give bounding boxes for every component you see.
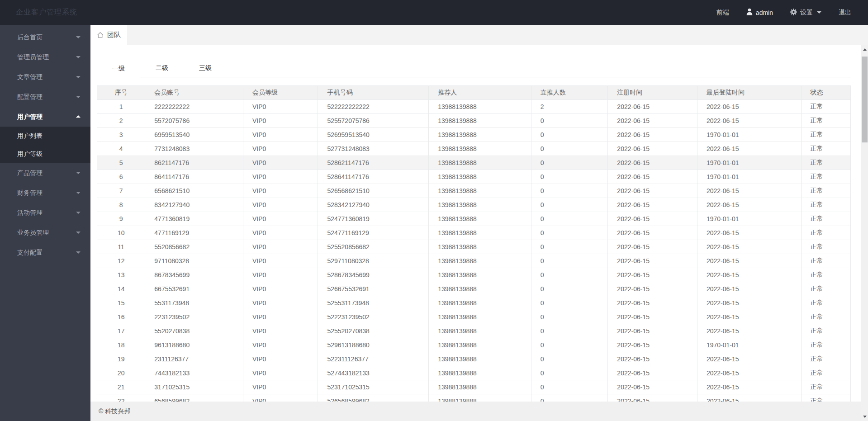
content-area: 一级二级三级 序号会员账号会员等级手机号码推荐人直推人数注册时间最后登陆时间状态… [90,45,868,402]
chevron-up-icon [76,115,81,118]
column-header: 最后登陆时间 [697,86,801,100]
scroll-down-arrow-icon[interactable] [861,413,868,420]
table-cell: 13988139888 [429,100,531,114]
table-cell: 16 [97,310,145,324]
table-cell: 正常 [801,198,850,212]
table-cell: VIP0 [243,296,318,310]
table-cell: 2022-06-15 [608,100,697,114]
table-row: 162231239502VIP0522231239502139881398880… [97,310,851,324]
tab-三级[interactable]: 三级 [184,59,227,77]
table-row: 47731248083VIP05277312480831398813988802… [97,142,851,156]
table-cell: 2022-06-15 [608,310,697,324]
table-cell: VIP0 [243,366,318,380]
sidebar-item[interactable]: 后台首页 [0,27,90,47]
sidebar-item[interactable]: 文章管理 [0,67,90,87]
sidebar-item[interactable]: 业务员管理 [0,222,90,242]
table-cell: 6568599682 [145,394,243,402]
sidebar-item[interactable]: 用户管理 [0,107,90,127]
table-cell: 0 [531,128,608,142]
frontend-link[interactable]: 前端 [708,0,738,25]
chevron-down-icon [76,192,81,194]
table-cell: 2022-06-15 [697,310,801,324]
table-cell: 正常 [801,170,850,184]
logout-button[interactable]: 退出 [830,0,860,25]
table-cell: VIP0 [243,170,318,184]
table-cell: 13988139888 [429,226,531,240]
scroll-up-arrow-icon[interactable] [861,46,868,53]
table-cell: 1970-01-01 [697,212,801,226]
table-cell: VIP0 [243,114,318,128]
table-cell: 13988139888 [429,114,531,128]
table-cell: 8641147176 [145,170,243,184]
table-cell: 正常 [801,268,850,282]
table-cell: 13988139888 [429,184,531,198]
scrollbar-thumb[interactable] [862,57,868,142]
table-cell: 528678345699 [318,268,429,282]
table-cell: 13988139888 [429,142,531,156]
table-cell: 12 [97,254,145,268]
table-cell: 正常 [801,310,850,324]
table-cell: VIP0 [243,268,318,282]
table-cell: 525531173948 [318,296,429,310]
chevron-down-icon [76,96,81,98]
sidebar-item-label: 活动管理 [17,209,43,216]
table-cell: 0 [531,170,608,184]
table-cell: VIP0 [243,226,318,240]
table-cell: 2022-06-15 [697,254,801,268]
chevron-down-icon [76,36,81,38]
navbar-right: 前端 admin [708,0,860,25]
table-cell: 正常 [801,352,850,366]
table-cell: 0 [531,282,608,296]
table-row: 58621147176VIP05286211471761398813988802… [97,156,851,170]
copyright-text: © 科技兴邦 [99,407,130,416]
table-cell: 0 [531,254,608,268]
settings-menu[interactable]: 设置 [782,0,830,25]
table-cell: 5531173948 [145,296,243,310]
sidebar-item[interactable]: 活动管理 [0,203,90,222]
table-cell: 0 [531,142,608,156]
table-cell: 2022-06-15 [697,380,801,394]
sidebar-menu: 后台首页管理员管理文章管理配置管理用户管理用户列表用户等级产品管理财务管理活动管… [0,25,90,421]
table-cell: VIP0 [243,212,318,226]
user-menu[interactable]: admin [738,0,782,25]
table-cell: 5520270838 [145,324,243,338]
sidebar-subitem[interactable]: 用户列表 [0,127,90,145]
sidebar-item[interactable]: 配置管理 [0,87,90,107]
table-cell: VIP0 [243,128,318,142]
table-row: 213171025315VIP0523171025315139881398880… [97,380,851,394]
gear-icon [790,9,797,17]
table-cell: 7 [97,184,145,198]
vertical-scrollbar[interactable] [861,45,868,421]
table-cell: 5572075786 [145,114,243,128]
table-cell: 0 [531,394,608,402]
table-cell: 2022-06-15 [608,198,697,212]
sidebar-item[interactable]: 支付配置 [0,242,90,262]
table-cell: 0 [531,352,608,366]
table-cell: 2022-06-15 [608,352,697,366]
table-cell: 526675532691 [318,282,429,296]
table-row: 88342127940VIP05283421279401398813988802… [97,198,851,212]
table-row: 207443182133VIP0527443182133139881398880… [97,366,851,380]
sidebar-item[interactable]: 财务管理 [0,183,90,203]
table-cell: VIP0 [243,184,318,198]
tab-一级[interactable]: 一级 [97,59,140,77]
table-cell: 正常 [801,128,850,142]
tab-二级[interactable]: 二级 [140,59,184,77]
table-cell: 2 [97,114,145,128]
chevron-down-icon [76,76,81,78]
breadcrumb[interactable]: 团队 [90,25,127,45]
table-cell: 6568621510 [145,184,243,198]
table-row: 104771169129VIP0524771169129139881398880… [97,226,851,240]
table-cell: 1970-01-01 [697,128,801,142]
table-cell: 13988139888 [429,366,531,380]
footer: © 科技兴邦 [90,402,868,421]
table-cell: 6 [97,170,145,184]
sidebar-item[interactable]: 产品管理 [0,163,90,183]
table-cell: 1970-01-01 [697,156,801,170]
table-cell: 2022-06-15 [697,352,801,366]
table-cell: 2022-06-15 [608,156,697,170]
table-cell: 3 [97,128,145,142]
top-navbar: 企业客户管理系统 前端 admin [0,0,868,25]
sidebar-subitem[interactable]: 用户等级 [0,145,90,163]
sidebar-item[interactable]: 管理员管理 [0,47,90,67]
